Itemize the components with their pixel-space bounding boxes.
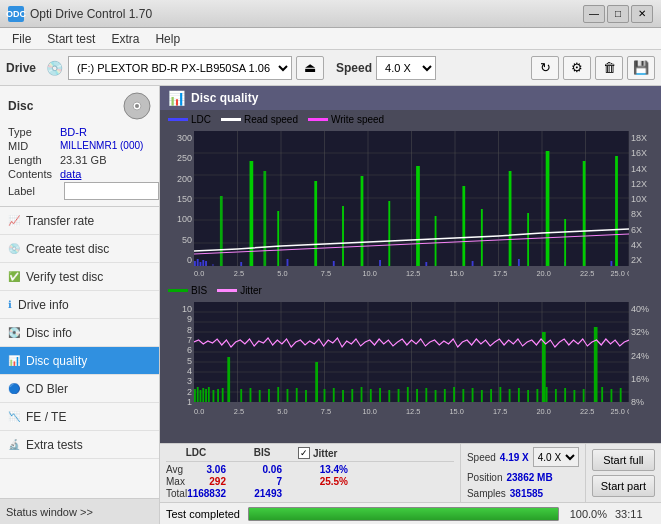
- svg-rect-103: [333, 388, 335, 402]
- settings-button[interactable]: ⚙: [563, 56, 591, 80]
- sidebar-item-disc-quality[interactable]: 📊 Disc quality: [0, 347, 159, 375]
- speed-stat-select[interactable]: 4.0 X: [533, 447, 579, 467]
- svg-rect-48: [435, 216, 437, 266]
- start-part-button[interactable]: Start part: [592, 475, 655, 497]
- menu-start-test[interactable]: Start test: [39, 30, 103, 48]
- sidebar-item-fe-te[interactable]: 📉 FE / TE: [0, 403, 159, 431]
- maximize-button[interactable]: □: [607, 5, 629, 23]
- speed-label: Speed: [336, 61, 372, 75]
- svg-text:0.0: 0.0: [194, 269, 204, 278]
- svg-rect-89: [227, 357, 230, 402]
- sidebar-item-extra-tests[interactable]: 🔬 Extra tests: [0, 431, 159, 459]
- close-button[interactable]: ✕: [631, 5, 653, 23]
- delete-button[interactable]: 🗑: [595, 56, 623, 80]
- sidebar-item-create-test-disc[interactable]: 💿 Create test disc: [0, 235, 159, 263]
- svg-rect-116: [453, 387, 455, 402]
- progress-bar-area: Test completed 100.0% 33:11: [160, 502, 661, 524]
- svg-rect-51: [564, 219, 566, 266]
- label-input[interactable]: [64, 182, 159, 200]
- bis-legend-color: [168, 289, 188, 292]
- svg-rect-122: [509, 389, 511, 402]
- svg-rect-127: [546, 387, 548, 402]
- top-chart-y-left: 300 250 200 150 100 50 0: [164, 131, 194, 279]
- samples-stat-label: Samples: [467, 488, 506, 499]
- svg-text:20.0: 20.0: [536, 269, 550, 278]
- svg-rect-129: [564, 388, 566, 402]
- svg-rect-119: [481, 390, 483, 402]
- disc-quality-header-icon: 📊: [168, 90, 185, 106]
- save-button[interactable]: 💾: [627, 56, 655, 80]
- svg-rect-45: [277, 211, 279, 266]
- svg-rect-36: [250, 161, 254, 266]
- jitter-max: 25.5%: [320, 476, 348, 487]
- cd-bler-icon: 🔵: [8, 383, 20, 394]
- create-test-disc-icon: 💿: [8, 243, 20, 254]
- svg-text:25.0 GB: 25.0 GB: [610, 407, 629, 416]
- menu-file[interactable]: File: [4, 30, 39, 48]
- disc-panel: Disc Type BD-R MID MILLENMR1 (000) Leng: [0, 86, 159, 207]
- transfer-rate-label: Transfer rate: [26, 214, 94, 228]
- svg-rect-115: [444, 389, 446, 402]
- svg-rect-90: [213, 390, 215, 402]
- mid-key: MID: [8, 140, 60, 152]
- svg-rect-39: [416, 166, 420, 266]
- svg-rect-40: [462, 186, 465, 266]
- svg-text:15.0: 15.0: [449, 407, 463, 416]
- svg-rect-128: [555, 389, 557, 402]
- sidebar-item-drive-info[interactable]: ℹ Drive info: [0, 291, 159, 319]
- sidebar: Disc Type BD-R MID MILLENMR1 (000) Leng: [0, 86, 160, 524]
- svg-rect-121: [499, 387, 501, 402]
- jitter-header: Jitter: [313, 448, 337, 459]
- svg-rect-107: [370, 389, 372, 402]
- progress-percent: 100.0%: [567, 508, 607, 520]
- start-buttons-area: Start full Start part: [586, 444, 661, 502]
- bis-avg: 0.06: [263, 464, 282, 475]
- speed-select[interactable]: 4.0 X: [376, 56, 436, 80]
- svg-rect-23: [205, 261, 207, 266]
- contents-key: Contents: [8, 168, 60, 180]
- progress-time: 33:11: [615, 508, 655, 520]
- write-speed-legend-color: [308, 118, 328, 121]
- status-window-button[interactable]: Status window >>: [0, 498, 159, 524]
- svg-rect-37: [314, 181, 317, 266]
- svg-rect-31: [425, 262, 427, 266]
- sidebar-item-disc-info[interactable]: 💽 Disc info: [0, 319, 159, 347]
- svg-rect-43: [583, 161, 586, 266]
- charts-area: LDC Read speed Write speed 300 250 200 1…: [160, 110, 661, 443]
- length-key: Length: [8, 154, 60, 166]
- contents-val[interactable]: data: [60, 168, 81, 180]
- svg-rect-50: [527, 213, 529, 266]
- menu-help[interactable]: Help: [147, 30, 188, 48]
- ldc-legend-label: LDC: [191, 114, 211, 125]
- svg-rect-24: [220, 196, 223, 266]
- svg-rect-99: [296, 388, 298, 402]
- ldc-legend-color: [168, 118, 188, 121]
- eject-button[interactable]: ⏏: [296, 56, 324, 80]
- sidebar-item-verify-test-disc[interactable]: ✅ Verify test disc: [0, 263, 159, 291]
- start-full-button[interactable]: Start full: [592, 449, 655, 471]
- minimize-button[interactable]: —: [583, 5, 605, 23]
- svg-rect-38: [361, 176, 364, 266]
- svg-rect-83: [194, 389, 196, 402]
- write-speed-legend-label: Write speed: [331, 114, 384, 125]
- bottom-chart-inner: 0.0 2.5 5.0 7.5 10.0 12.5 15.0 17.5 20.0…: [194, 302, 629, 417]
- svg-rect-104: [342, 390, 344, 402]
- menu-bar: File Start test Extra Help: [0, 28, 661, 50]
- svg-text:17.5: 17.5: [493, 269, 507, 278]
- create-test-disc-label: Create test disc: [26, 242, 109, 256]
- content-area: 📊 Disc quality LDC Read speed Write spee…: [160, 86, 661, 524]
- progress-fill: [249, 508, 558, 520]
- refresh-button[interactable]: ↻: [531, 56, 559, 80]
- drive-select[interactable]: (F:) PLEXTOR BD-R PX-LB950SA 1.06: [68, 56, 292, 80]
- jitter-checkbox[interactable]: ✓: [298, 447, 310, 459]
- sidebar-item-transfer-rate[interactable]: 📈 Transfer rate: [0, 207, 159, 235]
- jitter-legend-color: [217, 289, 237, 292]
- bis-header: BIS: [242, 447, 282, 459]
- samples-stat-val: 381585: [510, 488, 543, 499]
- position-stat-val: 23862 MB: [506, 472, 552, 483]
- menu-extra[interactable]: Extra: [103, 30, 147, 48]
- sidebar-item-cd-bler[interactable]: 🔵 CD Bler: [0, 375, 159, 403]
- svg-text:22.5: 22.5: [580, 407, 594, 416]
- bis-total: 21493: [254, 488, 282, 499]
- svg-rect-105: [351, 389, 353, 402]
